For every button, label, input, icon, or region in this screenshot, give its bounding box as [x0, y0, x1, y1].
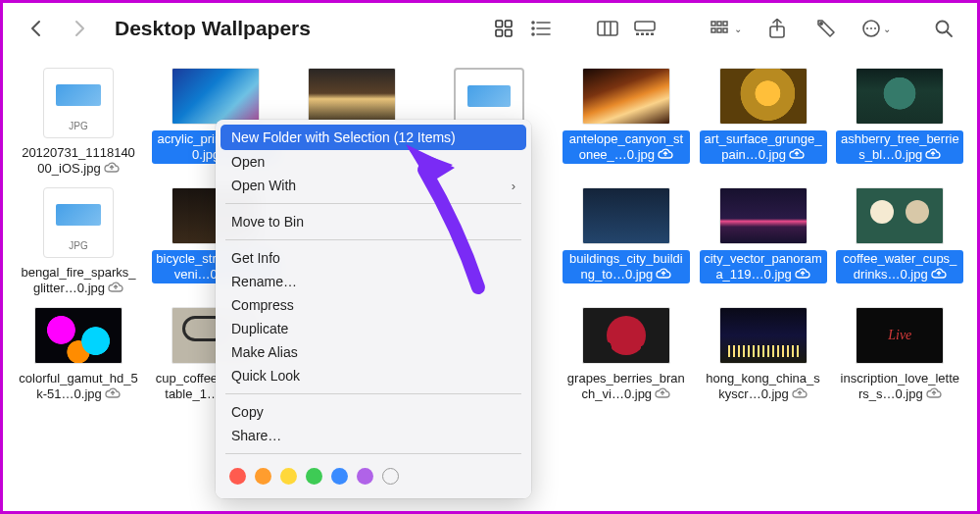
- svg-point-6: [532, 27, 534, 29]
- svg-point-25: [820, 23, 822, 25]
- file-thumbnail: [34, 307, 122, 364]
- tag-purple[interactable]: [357, 468, 373, 485]
- actions-button[interactable]: ⌄: [861, 15, 891, 42]
- file-item[interactable]: city_vector_panorama_119…0.jpg: [698, 183, 829, 297]
- menu-make-alias[interactable]: Make Alias: [216, 340, 531, 364]
- view-mode-group: [485, 15, 560, 42]
- menu-open[interactable]: Open: [216, 150, 531, 174]
- share-button[interactable]: [763, 15, 791, 42]
- svg-rect-10: [598, 22, 617, 35]
- svg-rect-16: [646, 33, 649, 36]
- menu-rename[interactable]: Rename…: [216, 270, 531, 293]
- menu-separator: [225, 239, 521, 240]
- svg-rect-0: [496, 21, 503, 27]
- file-thumbnail: [308, 68, 396, 125]
- group-by-button[interactable]: ⌄: [710, 15, 742, 42]
- cloud-icon: [656, 268, 671, 280]
- menu-tags-row: [216, 460, 531, 488]
- file-item[interactable]: antelope_canyon_stonee_…0.jpg: [561, 64, 692, 178]
- cloud-icon: [655, 387, 670, 399]
- cloud-icon: [105, 387, 121, 399]
- file-label: colorful_gamut_hd_5k-51…0.jpg: [15, 370, 142, 403]
- file-label: art_surface_grunge_pain…0.jpg: [700, 130, 827, 164]
- file-item[interactable]: art_surface_grunge_pain…0.jpg: [698, 64, 829, 178]
- svg-rect-13: [635, 22, 655, 30]
- svg-point-4: [532, 22, 534, 24]
- menu-copy[interactable]: Copy: [216, 400, 531, 424]
- tag-green[interactable]: [306, 468, 322, 485]
- svg-rect-3: [506, 30, 513, 37]
- file-thumbnail: [856, 68, 944, 125]
- search-button[interactable]: [930, 15, 957, 42]
- svg-rect-2: [496, 30, 503, 37]
- menu-open-with[interactable]: Open With›: [216, 174, 531, 197]
- file-label: ashberry_tree_berries_bl…0.jpg: [836, 130, 963, 164]
- file-item[interactable]: 20120731_111814000_iOS.jpg: [13, 64, 144, 178]
- file-item[interactable]: inscription_love_letters_s…0.jpg: [834, 303, 965, 403]
- cloud-icon: [926, 387, 942, 399]
- context-menu: New Folder with Selection (12 Items) Ope…: [216, 120, 531, 498]
- menu-share[interactable]: Share…: [216, 424, 531, 447]
- svg-rect-17: [651, 33, 654, 36]
- list-view-button[interactable]: [522, 15, 560, 42]
- file-thumbnail: [719, 187, 808, 244]
- tags-button[interactable]: [812, 15, 840, 42]
- menu-separator: [225, 453, 521, 454]
- tag-orange[interactable]: [255, 468, 271, 485]
- gallery-view-button[interactable]: [626, 15, 663, 42]
- svg-rect-22: [717, 28, 721, 32]
- file-label: bengal_fire_sparks_glitter…0.jpg: [15, 264, 142, 297]
- file-item[interactable]: buildings_city_building_to…0.jpg: [561, 183, 692, 297]
- tag-red[interactable]: [229, 468, 246, 485]
- back-button[interactable]: [23, 15, 50, 42]
- svg-rect-18: [711, 22, 715, 26]
- file-item[interactable]: ashberry_tree_berries_bl…0.jpg: [834, 64, 965, 178]
- menu-separator: [225, 203, 521, 204]
- svg-rect-14: [636, 33, 639, 36]
- svg-point-30: [937, 22, 949, 33]
- cloud-icon: [931, 268, 947, 280]
- svg-point-8: [532, 33, 534, 35]
- menu-compress[interactable]: Compress: [216, 293, 531, 317]
- svg-rect-15: [641, 33, 644, 36]
- file-label: coffee_water_cups_drinks…0.jpg: [836, 250, 963, 283]
- submenu-arrow-icon: ›: [512, 179, 515, 193]
- file-thumbnail: [719, 307, 808, 364]
- file-thumbnail: [719, 68, 808, 125]
- forward-button[interactable]: [66, 15, 93, 42]
- tag-none[interactable]: [382, 468, 399, 485]
- menu-duplicate[interactable]: Duplicate: [216, 317, 531, 340]
- cloud-icon: [108, 282, 123, 293]
- svg-rect-1: [506, 21, 513, 27]
- file-label: buildings_city_building_to…0.jpg: [563, 250, 690, 283]
- menu-get-info[interactable]: Get Info: [216, 246, 531, 270]
- file-thumbnail: [582, 187, 670, 244]
- file-label: 20120731_111814000_iOS.jpg: [15, 144, 142, 178]
- folder-title: Desktop Wallpapers: [115, 17, 311, 40]
- file-item[interactable]: coffee_water_cups_drinks…0.jpg: [834, 183, 965, 297]
- file-thumbnail: [856, 307, 944, 364]
- menu-quick-look[interactable]: Quick Look: [216, 364, 531, 387]
- column-view-button[interactable]: [589, 15, 626, 42]
- tag-blue[interactable]: [331, 468, 348, 485]
- file-item[interactable]: hong_kong_china_skyscr…0.jpg: [698, 303, 829, 403]
- cloud-icon: [792, 387, 808, 399]
- icon-view-button[interactable]: [485, 15, 522, 42]
- menu-new-folder-selection[interactable]: New Folder with Selection (12 Items): [220, 125, 526, 150]
- cloud-icon: [658, 148, 673, 160]
- file-thumbnail: [43, 187, 114, 258]
- svg-point-29: [874, 27, 876, 29]
- file-thumbnail: [582, 68, 670, 125]
- file-thumbnail: [172, 68, 260, 125]
- file-label: hong_kong_china_skyscr…0.jpg: [700, 370, 827, 403]
- cloud-icon: [795, 268, 810, 280]
- tag-yellow[interactable]: [280, 468, 297, 485]
- file-item[interactable]: colorful_gamut_hd_5k-51…0.jpg: [13, 303, 144, 403]
- menu-move-to-bin[interactable]: Move to Bin: [216, 210, 531, 233]
- file-item[interactable]: bengal_fire_sparks_glitter…0.jpg: [13, 183, 144, 297]
- file-thumbnail: [582, 307, 670, 364]
- file-thumbnail: [43, 68, 114, 138]
- file-label: inscription_love_letters_s…0.jpg: [836, 370, 963, 403]
- file-item[interactable]: grapes_berries_branch_vi…0.jpg: [561, 303, 692, 403]
- svg-rect-21: [711, 28, 715, 32]
